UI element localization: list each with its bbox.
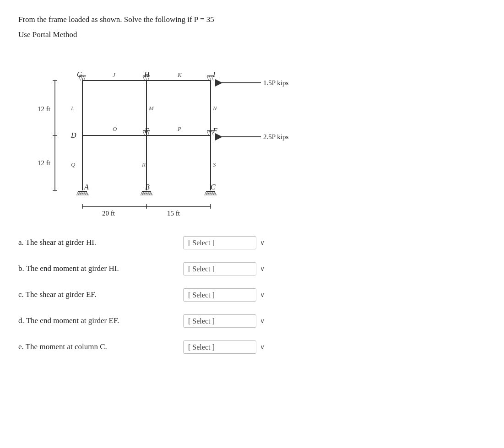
svg-text:15 ft: 15 ft: [167, 210, 180, 217]
svg-text:2.5P kips: 2.5P kips: [263, 133, 288, 140]
question-label-d: d. The end moment at girder EF.: [18, 316, 183, 325]
svg-text:I: I: [212, 70, 216, 78]
svg-text:20 ft: 20 ft: [102, 210, 115, 217]
question-label-c: c. The shear at girder EF.: [18, 290, 183, 299]
svg-text:J: J: [113, 71, 116, 78]
chevron-icon-c: ∨: [260, 291, 265, 299]
questions-section: a. The shear at girder HI.[ Select ]∨b. …: [18, 236, 486, 354]
question-label-e: e. The moment at column C.: [18, 342, 183, 351]
svg-text:O: O: [113, 125, 117, 132]
question-label-a: a. The shear at girder HI.: [18, 238, 183, 247]
frame-diagram: G J H K I L M N D O P E F Q R S A B: [27, 53, 320, 222]
svg-text:P: P: [177, 125, 181, 132]
svg-line-38: [207, 76, 209, 81]
svg-text:K: K: [177, 71, 182, 78]
question-row-b: b. The end moment at girder HI.[ Select …: [18, 262, 486, 275]
select-wrapper-b: [ Select ]∨: [183, 262, 265, 275]
svg-text:F: F: [212, 127, 217, 135]
svg-text:S: S: [213, 161, 216, 168]
svg-text:A: A: [84, 183, 89, 191]
method-label: Use Portal Method: [18, 30, 486, 39]
svg-text:N: N: [212, 105, 217, 112]
svg-text:R: R: [141, 161, 146, 168]
svg-text:12 ft: 12 ft: [38, 105, 51, 113]
question-row-e: e. The moment at column C.[ Select ]∨: [18, 340, 486, 354]
select-a[interactable]: [ Select ]: [183, 236, 256, 249]
svg-line-39: [209, 76, 211, 81]
svg-text:E: E: [144, 127, 149, 135]
select-d[interactable]: [ Select ]: [183, 314, 256, 328]
problem-statement: From the frame loaded as shown. Solve th…: [18, 14, 486, 26]
question-label-b: b. The end moment at girder HI.: [18, 264, 183, 273]
svg-text:12 ft: 12 ft: [38, 159, 51, 167]
svg-line-47: [207, 131, 209, 135]
svg-text:Q: Q: [71, 161, 76, 168]
svg-text:L: L: [70, 105, 74, 112]
svg-text:B: B: [145, 183, 150, 191]
svg-text:1.5P kips: 1.5P kips: [263, 79, 288, 86]
question-row-a: a. The shear at girder HI.[ Select ]∨: [18, 236, 486, 249]
chevron-icon-d: ∨: [260, 317, 265, 325]
chevron-icon-e: ∨: [260, 343, 265, 351]
select-wrapper-d: [ Select ]∨: [183, 314, 265, 328]
select-e[interactable]: [ Select ]: [183, 340, 256, 354]
chevron-icon-a: ∨: [260, 239, 265, 247]
svg-line-32: [83, 76, 85, 81]
question-row-d: d. The end moment at girder EF.[ Select …: [18, 314, 486, 328]
svg-text:D: D: [70, 131, 76, 139]
question-row-c: c. The shear at girder EF.[ Select ]∨: [18, 288, 486, 302]
svg-text:M: M: [148, 105, 154, 112]
chevron-icon-b: ∨: [260, 265, 265, 273]
select-wrapper-c: [ Select ]∨: [183, 288, 265, 302]
select-b[interactable]: [ Select ]: [183, 262, 256, 275]
select-c[interactable]: [ Select ]: [183, 288, 256, 302]
svg-text:C: C: [211, 183, 216, 191]
select-wrapper-a: [ Select ]∨: [183, 236, 265, 249]
select-wrapper-e: [ Select ]∨: [183, 340, 265, 354]
svg-text:H: H: [144, 70, 150, 78]
svg-text:G: G: [77, 70, 82, 78]
